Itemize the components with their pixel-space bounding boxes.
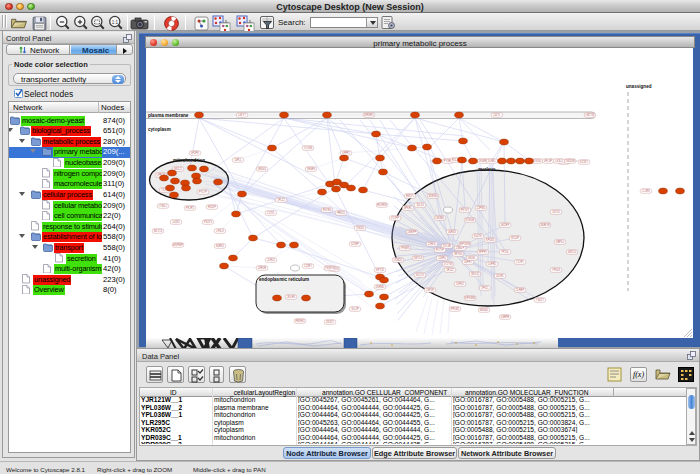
svg-text:3YK30: 3YK30 [533,159,541,163]
svg-text:1R122: 1R122 [446,268,454,272]
svg-text:32L03: 32L03 [416,203,424,207]
svg-text:Y0K1K: Y0K1K [356,226,364,230]
svg-text:PR011: PR011 [337,211,345,215]
svg-text:021RP: 021RP [351,242,359,246]
svg-text:KPY32: KPY32 [376,268,385,272]
svg-text:W111P: W111P [511,236,519,240]
svg-text:32R0R: 32R0R [258,266,266,270]
svg-text:LKW20: LKW20 [394,258,403,262]
svg-text:0K2RP: 0K2RP [501,223,509,227]
svg-text:L0PR2: L0PR2 [488,262,496,266]
svg-text:2LRL3: 2LRL3 [267,258,275,262]
svg-text:PWKR1: PWKR1 [295,319,305,323]
svg-text:PYLYP: PYLYP [199,190,207,194]
svg-text:3W132: 3W132 [471,272,480,276]
svg-text:cytoplasm: cytoplasm [148,127,171,132]
svg-text:0K0KL: 0K0KL [468,256,476,260]
svg-text:KPKWW: KPKWW [465,296,476,300]
svg-text:1KPK2: 1KPK2 [456,282,465,286]
svg-text:R331P: R331P [208,205,216,209]
svg-text:LY2YL: LY2YL [267,211,275,215]
svg-text:LR2YW: LR2YW [586,113,595,117]
svg-text:10PRY: 10PRY [464,260,472,264]
svg-text:YKWYW: YKWYW [325,266,336,270]
svg-text:00R33: 00R33 [448,230,456,234]
svg-text:K01Y0: K01Y0 [416,273,424,277]
svg-text:KPPRY: KPPRY [479,250,488,254]
svg-text:K21KY: K21KY [580,160,588,164]
svg-text:mitochondrion: mitochondrion [173,158,205,163]
svg-text:2KLRK: 2KLRK [287,295,295,299]
svg-text:021R1: 021R1 [496,274,504,278]
svg-text:1:1: 1:1 [112,20,119,25]
svg-text:1PL12: 1PL12 [277,198,285,202]
svg-text:W0R1R: W0R1R [540,223,549,227]
svg-text:PK1P2: PK1P2 [186,206,195,210]
svg-text:0W210: 0W210 [568,250,577,254]
svg-text:YP0WK: YP0WK [400,246,409,250]
svg-text:10PLL: 10PLL [234,158,242,162]
svg-text:Y301Y: Y301Y [536,298,544,302]
svg-text:nucleus: nucleus [478,167,496,172]
svg-text:L0KYY: L0KYY [238,113,246,117]
svg-text:WRKR1: WRKR1 [364,113,374,117]
svg-text:L0332: L0332 [172,220,180,224]
svg-text:PPLW2: PPLW2 [451,307,460,311]
svg-text:P0YR0: P0YR0 [323,208,332,212]
svg-text:1PK1L: 1PK1L [481,286,489,290]
svg-text:21RLK: 21RLK [428,242,436,246]
svg-text:23WLP: 23WLP [456,246,465,250]
svg-text:YP003: YP003 [552,268,560,272]
svg-text:P33Y3: P33Y3 [204,220,212,224]
svg-text:WP1WW: WP1WW [460,242,471,246]
svg-text:1RYK0: 1RYK0 [454,252,463,256]
svg-text:WKPWP: WKPWP [173,243,183,247]
svg-text:K2K0W: K2K0W [466,218,475,222]
svg-text:YW20W: YW20W [565,159,575,163]
svg-text:YP13L: YP13L [501,250,509,254]
svg-text:YLY0W: YLY0W [304,146,313,150]
svg-text:LK3L3: LK3L3 [555,159,563,163]
svg-text:K0RK1: K0RK1 [216,244,225,248]
svg-text:2LRRP: 2LRRP [516,288,525,292]
svg-text:K02YK: K02YK [474,234,482,238]
svg-text:122RY: 122RY [304,264,312,268]
svg-text:R0YRW: R0YRW [377,203,387,207]
svg-text:LL2RK: LL2RK [642,189,650,193]
svg-text:LW3WL: LW3WL [435,216,445,220]
svg-text:1Y2YW: 1Y2YW [444,262,453,266]
svg-text:1WKPP: 1WKPP [407,230,416,234]
svg-text:3LRKL: 3LRKL [488,159,496,163]
svg-text:PLYYP: PLYYP [436,248,444,252]
svg-text:0P2PK: 0P2PK [191,151,199,155]
svg-text:endoplasmic reticulum: endoplasmic reticulum [259,277,309,282]
svg-text:LP0L3: LP0L3 [216,229,224,233]
svg-text:KP033: KP033 [486,238,494,242]
svg-text:2WYLK: 2WYLK [414,256,423,260]
svg-text:WK002: WK002 [480,308,489,312]
svg-text:LYWL2: LYWL2 [159,204,168,208]
svg-text:30WW0: 30WW0 [428,194,438,198]
svg-text:03RPR: 03RPR [501,315,509,319]
svg-text:1Y2PL: 1Y2PL [516,260,524,264]
svg-text:2KRWL: 2KRWL [376,285,385,289]
svg-text:0Y1PP: 0Y1PP [391,216,399,220]
svg-text:103P0: 103P0 [438,256,446,260]
svg-text:1R0RK: 1R0RK [307,167,316,171]
svg-text:3LL2P: 3LL2P [351,307,359,311]
svg-text:plasma membrane: plasma membrane [148,113,189,118]
svg-text:R3KYL: R3KYL [406,194,415,198]
svg-text:0PL3P: 0PL3P [544,159,552,163]
svg-text:PKY0Y: PKY0Y [461,208,470,212]
svg-text:LPPP2: LPPP2 [342,151,351,155]
svg-text:0RPL0: 0RPL0 [556,240,564,244]
svg-text:23P1P: 23P1P [426,288,434,292]
svg-text:2K32Y: 2K32Y [326,320,334,324]
svg-text:0PKRL: 0PKRL [404,206,413,210]
svg-text:WLY13: WLY13 [154,229,163,233]
svg-text:202YL: 202YL [493,113,501,117]
svg-text:0W001: 0W001 [258,167,267,171]
svg-text:unassigned: unassigned [626,84,652,89]
svg-text:22PW0: 22PW0 [477,206,486,210]
svg-text:32Y03: 32Y03 [552,210,560,214]
